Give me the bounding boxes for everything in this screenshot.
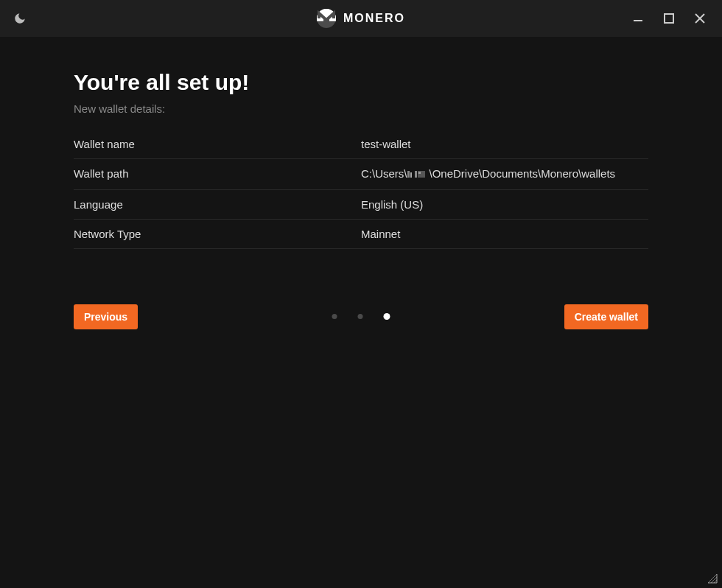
svg-rect-7 [407, 171, 410, 178]
svg-rect-4 [665, 14, 673, 23]
titlebar: MONERO [0, 0, 722, 37]
path-prefix: C:\Users\ [361, 167, 407, 180]
titlebar-left [9, 12, 27, 25]
monero-logo-icon [317, 9, 336, 28]
detail-label-wallet-name: Wallet name [74, 138, 361, 150]
table-row: Wallet name test-wallet [74, 130, 648, 159]
close-button[interactable] [693, 11, 707, 26]
detail-label-network-type: Network Type [74, 228, 361, 240]
detail-label-language: Language [74, 198, 361, 211]
resize-handle-icon[interactable] [707, 573, 718, 584]
maximize-button[interactable] [662, 11, 676, 26]
svg-rect-11 [418, 172, 421, 174]
window-controls [631, 11, 713, 26]
app-title: MONERO [343, 12, 405, 25]
svg-rect-8 [410, 172, 412, 178]
wallet-details-table: Wallet name test-wallet Wallet path C:\U… [74, 130, 648, 249]
table-row: Network Type Mainnet [74, 220, 648, 249]
detail-value-network-type: Mainnet [361, 228, 400, 240]
step-dot-3 [384, 313, 390, 320]
main-content: You're all set up! New wallet details: W… [0, 37, 722, 329]
path-suffix: \OneDrive\Documents\Monero\wallets [430, 167, 616, 180]
detail-value-wallet-name: test-wallet [361, 138, 411, 150]
step-indicator [332, 313, 390, 320]
page-title: You're all set up! [74, 70, 648, 95]
detail-label-wallet-path: Wallet path [74, 167, 361, 181]
table-row: Language English (US) [74, 190, 648, 220]
create-wallet-button[interactable]: Create wallet [564, 304, 648, 329]
moon-icon[interactable] [13, 12, 27, 25]
redacted-username-icon [407, 169, 430, 181]
minimize-button[interactable] [631, 11, 645, 26]
titlebar-center: MONERO [317, 9, 405, 28]
step-dot-2 [358, 314, 363, 319]
detail-value-wallet-path: C:\Users\\OneDrive\Documents\Monero\wall… [361, 167, 615, 181]
table-row: Wallet path C:\Users\\OneDrive\Documents… [74, 159, 648, 190]
svg-rect-9 [415, 171, 417, 178]
wizard-footer: Previous Create wallet [74, 304, 648, 329]
step-dot-1 [332, 314, 337, 319]
detail-value-language: English (US) [361, 198, 423, 211]
previous-button[interactable]: Previous [74, 304, 138, 329]
page-subtitle: New wallet details: [74, 102, 648, 115]
